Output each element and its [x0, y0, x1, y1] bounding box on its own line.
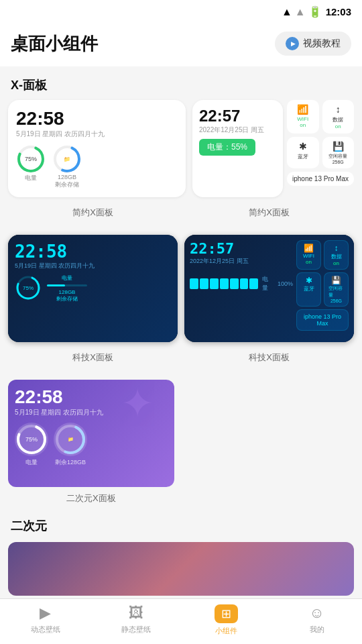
header: 桌面小组件 视频教程	[0, 23, 362, 66]
anime-section-preview	[8, 542, 354, 596]
simple-panel-1-label: 简约X面板	[8, 207, 178, 219]
storage-val: 128GB	[58, 174, 76, 180]
tech2-wifi: 📶 WIFI on	[296, 240, 321, 270]
bat-5	[230, 278, 239, 289]
anime-panel-label: 二次元X面板	[8, 492, 174, 504]
anime-section-preview-wrapper[interactable]	[8, 542, 354, 596]
anime-bat-label: 电量	[25, 458, 38, 467]
tech-bt-icon: ✱	[306, 276, 312, 285]
nav-widgets-label: 小组件	[215, 626, 237, 636]
play-icon	[286, 37, 299, 50]
tech2-data: ↕ 数据 on	[324, 240, 349, 270]
nav-dynamic-label: 动态壁纸	[31, 625, 60, 635]
tech2-bt: ✱ 蓝牙	[296, 272, 321, 307]
simple-x-panel-2-wrapper: 22:57 2022年12月25日 周五 电量：55% 📶 WIFI on ↕ …	[192, 100, 354, 197]
tutorial-button[interactable]: 视频教程	[275, 32, 351, 56]
tech2-date: 2022年12月25日 周五	[190, 257, 293, 266]
bt-icon: ✱	[299, 141, 307, 152]
tech-storage-icon: 💾	[331, 276, 341, 285]
panel1-date: 5月19日 星期四 农历四月十九	[16, 129, 178, 139]
tech-panel-1-label: 科技X面板	[8, 352, 178, 364]
tech2-bat-label: 电量	[262, 275, 274, 292]
status-icons: ▲ ▲ 🔋	[282, 5, 322, 18]
tech2-bat-pct: 100%	[278, 280, 293, 287]
tech-panels-row: 22:58 5月19日 星期四 农历四月十九 75% 电量	[8, 235, 354, 342]
tech1-time: 22:58	[15, 241, 171, 262]
tech-data-icon: ↕	[335, 244, 339, 253]
nav-mine[interactable]: ☺ 我的	[272, 604, 362, 636]
bat-6	[240, 278, 249, 289]
wifi-cell: 📶 WIFI on	[287, 100, 319, 133]
tech2-battery-row: 电量 100%	[190, 275, 293, 292]
mine-icon: ☺	[309, 604, 324, 622]
storage-stat: 📁 128GB 剩余存储	[52, 144, 82, 189]
tech-panel-2[interactable]: 22:57 2022年12月25日 周五 电量 100%	[184, 235, 354, 342]
anime-battery-ring: 75%	[15, 423, 48, 456]
tech2-storage: 💾 空闲容量 256G	[324, 272, 349, 307]
x-panel-section-title: X-面板	[8, 66, 354, 100]
tech2-device-name: iphone 13 Pro Max	[296, 309, 349, 331]
tech-wifi-icon: 📶	[304, 244, 314, 253]
nav-dynamic[interactable]: ▶ 动态壁纸	[0, 604, 90, 636]
status-bar: ▲ ▲ 🔋 12:03	[0, 0, 362, 23]
anime-storage-val: 剩余128GB	[55, 458, 86, 467]
battery-icon: 🔋	[308, 5, 322, 18]
storage-sym-icon: 💾	[333, 141, 344, 152]
tech-panel-1[interactable]: 22:58 5月19日 星期四 农历四月十九 75% 电量	[8, 235, 178, 342]
static-icon: 🖼	[129, 604, 143, 622]
panel1-time: 22:58	[16, 108, 178, 129]
anime-storage-icon-sym: 📁	[68, 437, 74, 442]
nav-widgets[interactable]: ⊞ 小组件	[181, 604, 272, 636]
simple-panels-row: 22:58 5月19日 星期四 农历四月十九 75% 电量	[8, 100, 354, 197]
bat-2	[200, 278, 208, 289]
battery-stat: 75% 电量	[16, 144, 46, 189]
widgets-active-bg: ⊞	[215, 604, 238, 623]
storage-cell: 💾 空闲容量 256G	[322, 137, 355, 168]
data-cell: ↕ 数据 on	[322, 100, 355, 133]
tech1-stats: 75% 电量 128GB 剩余存储	[15, 274, 171, 303]
nav-static-label: 静态壁纸	[121, 625, 151, 635]
tech2-right: 📶 WIFI on ↕ 数据 on ✱ 蓝牙	[296, 240, 349, 337]
simple-panel-2-label: 简约X面板	[184, 207, 354, 219]
simple-x-panel-2-right: 📶 WIFI on ↕ 数据 on ✱ 蓝牙 💾	[287, 100, 354, 197]
anime-storage-ring: 📁	[54, 423, 87, 456]
bluetooth-cell: ✱ 蓝牙	[287, 137, 319, 168]
anime-deco	[121, 380, 174, 433]
tech-panel-2-label: 科技X面板	[184, 352, 354, 364]
anime-panel-wrapper: 22:58 5月19日 星期四 农历四月十九 75% 电量	[8, 380, 174, 504]
page-title: 桌面小组件	[11, 32, 98, 56]
tech2-icon-grid: 📶 WIFI on ↕ 数据 on ✱ 蓝牙	[296, 240, 349, 307]
anime-bat-pct: 75%	[25, 436, 38, 443]
anime-section-title: 二次元	[8, 513, 354, 537]
battery-label: 电量	[25, 174, 37, 182]
simple-x-panel-1[interactable]: 22:58 5月19日 星期四 农历四月十九 75% 电量	[8, 100, 186, 197]
bottom-nav: ▶ 动态壁纸 🖼 静态壁纸 ⊞ 小组件 ☺ 我的	[0, 598, 362, 644]
tech-panel-1-content: 22:58 5月19日 星期四 农历四月十九 75% 电量	[8, 235, 178, 342]
anime-battery-stat: 75% 电量	[15, 423, 48, 467]
simple-panel-labels: 简约X面板 简约X面板	[8, 201, 354, 227]
device-name: iphone 13 Pro Max	[287, 172, 354, 186]
anime-x-panel[interactable]: 22:58 5月19日 星期四 农历四月十九 75% 电量	[8, 380, 174, 487]
bat-4	[220, 278, 229, 289]
tech2-time: 22:57	[190, 240, 293, 257]
tech1-battery-ring: 75%	[15, 274, 42, 301]
widgets-icon: ⊞	[221, 606, 231, 621]
status-time: 12:03	[326, 6, 351, 17]
tech-panel-labels: 科技X面板 科技X面板	[8, 346, 354, 372]
nav-mine-label: 我的	[310, 625, 324, 635]
panel2-time: 22:57	[199, 107, 276, 125]
storage-label: 剩余存储	[55, 180, 79, 189]
panel2-date: 2022年12月25日 周五	[199, 125, 276, 135]
nav-static[interactable]: 🖼 静态壁纸	[90, 604, 181, 636]
bat-7	[249, 278, 258, 289]
wifi-sym-icon: 📶	[297, 104, 308, 115]
simple-x-panel-2-left[interactable]: 22:57 2022年12月25日 周五 电量：55%	[192, 100, 283, 197]
bat-3	[210, 278, 219, 289]
wifi-icon: ▲	[282, 6, 292, 18]
tutorial-label: 视频教程	[303, 38, 341, 50]
anime-storage-stat: 📁 剩余128GB	[54, 423, 87, 467]
tech2-left: 22:57 2022年12月25日 周五 电量 100%	[190, 240, 293, 337]
data-sym-icon: ↕	[336, 104, 341, 115]
signal-icon: ▲	[295, 6, 306, 18]
tech1-info: 电量 128GB 剩余存储	[47, 274, 87, 303]
